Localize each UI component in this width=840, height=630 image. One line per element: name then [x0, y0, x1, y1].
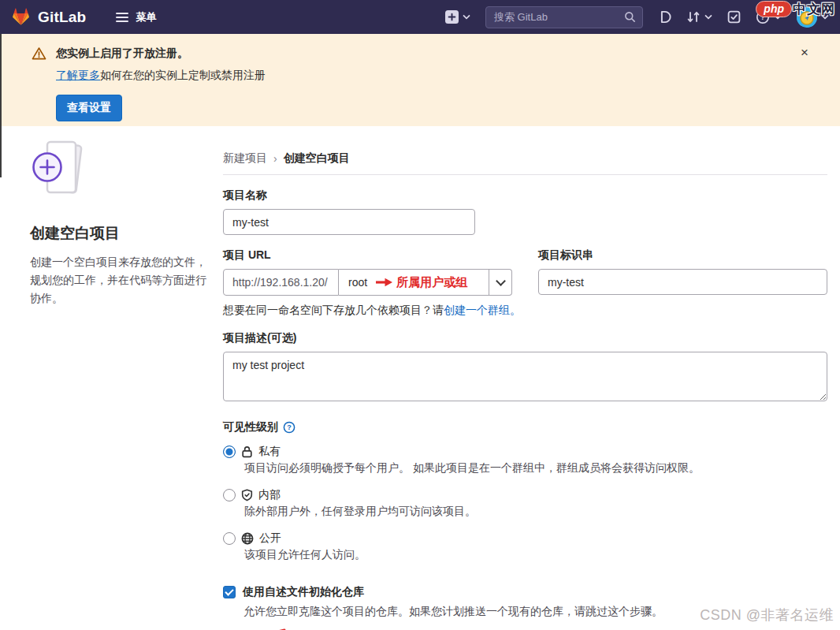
project-url-base: http://192.168.1.20/: [223, 269, 339, 296]
visibility-option-public[interactable]: 公开 该项目允许任何人访问。: [223, 531, 827, 562]
radio-public[interactable]: [223, 532, 236, 545]
url-hint: 想要在同一命名空间下存放几个依赖项目？请创建一个群组。: [223, 304, 827, 318]
php-logo: php: [756, 1, 792, 17]
project-name-input[interactable]: [223, 209, 475, 235]
top-navbar: GitLab 菜单: [0, 0, 840, 34]
chevron-down-icon: [704, 14, 712, 20]
page-description: 创建一个空白项目来存放您的文件，规划您的工作，并在代码等方面进行协作。: [30, 253, 213, 308]
search-input[interactable]: [492, 10, 624, 24]
close-icon[interactable]: ×: [796, 44, 813, 62]
chevron-down-icon: [463, 14, 470, 20]
create-group-link[interactable]: 创建一个群组: [444, 304, 510, 316]
breadcrumb-separator: ›: [273, 152, 277, 165]
visibility-label: 可见性级别: [223, 420, 278, 434]
project-description-label: 项目描述(可选): [223, 331, 827, 345]
php-cn-watermark: php 中文网: [756, 0, 835, 18]
chevron-down-icon: [496, 276, 506, 286]
visibility-option-private[interactable]: 私有 项目访问必须明确授予每个用户。 如果此项目是在一个群组中，群组成员将会获得…: [223, 445, 827, 475]
view-settings-button[interactable]: 查看设置: [56, 95, 122, 121]
warning-triangle-icon: [32, 47, 46, 121]
todos-button[interactable]: [727, 10, 741, 24]
breadcrumb-current: 创建空白项目: [284, 151, 350, 166]
new-menu-button[interactable]: [445, 10, 470, 24]
shield-icon: [241, 489, 253, 501]
open-registration-banner: 您实例上启用了开放注册。 了解更多如何在您的实例上定制或禁用注册 查看设置 ×: [0, 34, 840, 126]
window-edge-artifact: [0, 34, 2, 177]
red-arrow-icon: [375, 278, 393, 287]
brand-title: GitLab: [38, 9, 86, 26]
issues-button[interactable]: [658, 10, 671, 24]
namespace-annotation: 所属用户或组: [375, 275, 467, 290]
gitlab-tanuki-logo-icon: [11, 8, 31, 27]
project-url-label: 项目 URL: [223, 248, 512, 263]
learn-more-link[interactable]: 了解更多: [56, 69, 100, 81]
merge-requests-button[interactable]: [686, 10, 712, 24]
banner-title: 您实例上启用了开放注册。: [56, 46, 808, 61]
red-annotation-arrow-icon: [229, 627, 291, 630]
new-project-form: 新建项目 › 创建空白项目 项目名称 项目 URL http://192.168…: [223, 151, 827, 630]
visibility-option-label: 公开: [259, 531, 281, 546]
select-caret: [489, 270, 511, 295]
breadcrumb: 新建项目 › 创建空白项目: [223, 151, 827, 166]
create-group-link-period: 。: [510, 304, 521, 316]
banner-text: 如何在您的实例上定制或禁用注册: [100, 69, 266, 81]
radio-private[interactable]: [223, 445, 236, 458]
search-icon: [624, 11, 636, 23]
readme-label[interactable]: 使用自述文件初始化仓库: [243, 585, 364, 599]
global-search[interactable]: [485, 6, 643, 28]
visibility-option-internal[interactable]: 内部 除外部用户外，任何登录用户均可访问该项目。: [223, 488, 827, 519]
namespace-select[interactable]: root 所属用户或组: [339, 269, 512, 296]
hamburger-icon: [116, 13, 128, 22]
visibility-option-description: 该项目允许任何人访问。: [244, 548, 827, 562]
breadcrumb-parent-link[interactable]: 新建项目: [223, 151, 267, 166]
issues-icon: [658, 10, 671, 24]
project-description-textarea[interactable]: my test project: [223, 352, 827, 401]
lock-icon: [241, 445, 253, 458]
visibility-option-description: 除外部用户外，任何登录用户均可访问该项目。: [244, 505, 827, 519]
menu-label: 菜单: [136, 10, 156, 24]
page-title: 创建空白项目: [30, 223, 213, 244]
svg-text:?: ?: [287, 423, 292, 431]
visibility-help-icon[interactable]: ?: [283, 421, 295, 434]
namespace-value: root: [348, 276, 367, 289]
blank-project-icon: [30, 137, 213, 203]
csdn-watermark: CSDN @非著名运维: [700, 606, 834, 624]
visibility-option-description: 项目访问必须明确授予每个用户。 如果此项目是在一个群组中，群组成员将会获得访问权…: [244, 461, 827, 475]
todo-check-icon: [727, 10, 741, 24]
merge-request-icon: [686, 10, 701, 24]
visibility-option-label: 私有: [258, 445, 281, 459]
project-slug-label: 项目标识串: [538, 248, 827, 263]
gitlab-home-link[interactable]: GitLab: [11, 8, 86, 27]
visibility-option-label: 内部: [258, 488, 281, 502]
project-name-label: 项目名称: [223, 188, 827, 203]
menu-button[interactable]: 菜单: [110, 6, 162, 29]
globe-icon: [241, 532, 254, 545]
divider: [223, 174, 827, 175]
plus-square-icon: [445, 10, 459, 24]
radio-internal[interactable]: [223, 489, 236, 501]
project-slug-input[interactable]: [538, 269, 827, 295]
intro-panel: 创建空白项目 创建一个空白项目来存放您的文件，规划您的工作，并在代码等方面进行协…: [30, 137, 213, 308]
readme-checkbox[interactable]: [223, 586, 236, 598]
